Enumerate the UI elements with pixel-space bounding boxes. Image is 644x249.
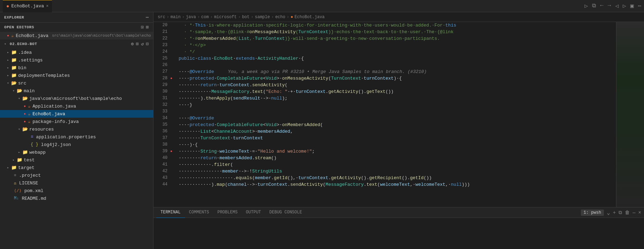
open-editor-item[interactable]: ● ☕ EchoBot.java src\main\java\com\micro…: [0, 32, 153, 39]
code-line-23: · *·</p>: [179, 42, 616, 49]
error-icon: ●: [7, 34, 9, 38]
ln-30: 30: [153, 88, 167, 95]
tab-terminal[interactable]: TERMINAL: [156, 207, 185, 218]
gutter-27: [170, 68, 176, 75]
open-editor-path: src\main\java\com\microsoft\bot\sample\e…: [52, 34, 151, 38]
open-changes-icon[interactable]: ◁: [615, 2, 619, 9]
tree-item-test[interactable]: ▸ 📁 test: [0, 156, 153, 164]
breadcrumb-java[interactable]: java: [186, 15, 196, 20]
breadcrumb-com[interactable]: com: [201, 15, 209, 20]
file-label: .project: [19, 173, 41, 178]
new-file-icon[interactable]: ⊕: [131, 41, 134, 47]
tree-item-deploymenttemplates[interactable]: ▸ 📁 deploymentTemplates: [0, 72, 153, 79]
code-line-35: ····protected·CompletableFuture<Void>·on…: [179, 122, 616, 128]
breadcrumb-echo[interactable]: echo: [275, 15, 285, 20]
split-terminal-icon[interactable]: ⧉: [619, 210, 622, 215]
tab-problems[interactable]: PROBLEMS: [213, 207, 242, 218]
chevron-right-icon: ▸: [7, 73, 9, 78]
chevron-down-icon: ▾: [4, 42, 7, 46]
tree-item-readme-md[interactable]: M↓ README.md: [0, 195, 153, 202]
tree-item-webapp[interactable]: ▸ 📁 webapp: [0, 148, 153, 156]
code-line-43: ····················.equals(member.getId…: [179, 175, 616, 181]
open-editors-icons: ⊡ ⊠: [141, 24, 149, 30]
close-panel-icon[interactable]: ×: [638, 210, 641, 215]
file-label: pom.xml: [24, 188, 44, 193]
gutter-26: [170, 62, 176, 68]
tree-item-dot-project[interactable]: ≡ .project: [0, 171, 153, 179]
go-back-icon[interactable]: ←: [600, 2, 604, 9]
kill-terminal-icon[interactable]: 🗑: [625, 210, 630, 215]
gutter-23: [170, 42, 176, 49]
gutter-39: ●: [170, 148, 176, 155]
breadcrumb-sep: ›: [182, 15, 185, 20]
split-editor-icon[interactable]: ⧉: [592, 2, 596, 9]
tree-item-pom-xml[interactable]: ⟨/⟩ pom.xml: [0, 187, 153, 195]
output-tab-label: OUTPUT: [246, 210, 261, 215]
refresh-icon[interactable]: ↺: [141, 41, 144, 47]
breadcrumb-main[interactable]: main: [171, 15, 181, 20]
collapse-all-icon[interactable]: ⊟: [146, 41, 149, 47]
code-line-41: ············.filter(: [179, 161, 616, 168]
tab-echobot-java[interactable]: ● EchoBot.java ×: [3, 0, 52, 12]
ln-26: 26: [153, 62, 167, 68]
breadcrumb-microsoft[interactable]: microsoft: [214, 15, 237, 20]
terminal-content[interactable]: [153, 218, 644, 249]
add-terminal-icon[interactable]: +: [613, 210, 616, 215]
breadcrumb-src[interactable]: src: [158, 15, 165, 20]
tree-item-settings[interactable]: ▸ 📁 .settings: [0, 56, 153, 64]
tree-item-log4j2-json[interactable]: { } log4j2.json: [0, 141, 153, 148]
minimize-panel-icon[interactable]: —: [632, 210, 635, 215]
gutter-21: [170, 29, 176, 35]
breadcrumb-sample[interactable]: sample: [255, 15, 270, 20]
tree-item-package-info[interactable]: ● ☕ package-info.java: [0, 118, 153, 125]
open-editors-section: OPEN EDITORS ⊡ ⊠: [0, 23, 153, 32]
close-tab-button[interactable]: ×: [46, 4, 48, 9]
tree-item-idea[interactable]: ▸ 📁 .idea: [0, 49, 153, 56]
folder-icon: 📁: [11, 65, 17, 71]
tab-debug-console[interactable]: DEBUG CONSOLE: [265, 207, 306, 218]
chevron-down-icon: ▾: [18, 127, 20, 131]
more-icon[interactable]: ⋯: [638, 2, 641, 9]
close-all-icon[interactable]: ⊠: [146, 24, 149, 30]
line-numbers: 20 21 22 23 24 25 26 27 28 29 30 31 32 3…: [153, 22, 170, 207]
tab-comments[interactable]: COMMENTS: [185, 207, 214, 218]
code-line-37: ········TurnContext·turnContext: [179, 135, 616, 141]
tab-output[interactable]: OUTPUT: [242, 207, 265, 218]
code-line-27: ····@Override You, a week ago via PR #32…: [179, 68, 616, 75]
ln-21: 21: [153, 29, 167, 35]
file-label: Application.java: [32, 104, 76, 109]
tree-item-src[interactable]: ▾ 📂 src: [0, 79, 153, 87]
tree-item-resources[interactable]: ▾ 📂 resources: [0, 125, 153, 133]
code-editor[interactable]: · *·This·is·where·application·specific·l…: [176, 22, 616, 207]
code-line-32: ····}: [179, 102, 616, 108]
split-view-icon[interactable]: ▣: [630, 2, 634, 9]
error-icon: ●: [24, 104, 26, 108]
chevron-right-icon: ▸: [13, 158, 15, 162]
tree-item-license[interactable]: ⚖ LICENSE: [0, 179, 153, 187]
tree-item-echobot-java[interactable]: ● ☕ EchoBot.java: [0, 110, 153, 118]
more-icon[interactable]: ⋯: [146, 14, 149, 20]
explorer-header: EXPLORER ⋯: [0, 12, 153, 23]
folder-icon: 📂: [22, 96, 28, 101]
tree-item-application-java[interactable]: ● ☕ Application.java: [0, 102, 153, 110]
new-folder-icon[interactable]: ⊞: [136, 41, 139, 47]
debug-icon[interactable]: ▷: [623, 2, 626, 9]
tree-item-application-properties[interactable]: ≡ application.properties: [0, 133, 153, 141]
folder-label: main: [24, 88, 35, 94]
go-forward-icon[interactable]: →: [608, 2, 611, 9]
chevron-down-icon[interactable]: ⌄: [607, 209, 610, 216]
code-line-26: [179, 62, 616, 68]
breadcrumb-bot[interactable]: bot: [242, 15, 250, 20]
tree-item-target[interactable]: ▸ 📁 target: [0, 164, 153, 171]
tree-item-java-path[interactable]: ▾ 📂 java\com\microsoft\bot\sample\echo: [0, 95, 153, 102]
breadcrumb-file[interactable]: EchoBot.java: [294, 15, 324, 20]
ln-20: 20: [153, 22, 167, 29]
code-line-33: [179, 108, 616, 115]
tree-item-main[interactable]: ▾ 📂 main: [0, 87, 153, 95]
tree-item-bin[interactable]: ▸ 📁 bin: [0, 64, 153, 72]
file-label: log4j2.json: [41, 142, 71, 147]
save-all-icon[interactable]: ⊡: [141, 24, 144, 30]
minimap-inner: [616, 22, 644, 207]
run-icon[interactable]: ▷: [585, 2, 588, 9]
folder-label: java\com\microsoft\bot\sample\echo: [29, 96, 122, 101]
